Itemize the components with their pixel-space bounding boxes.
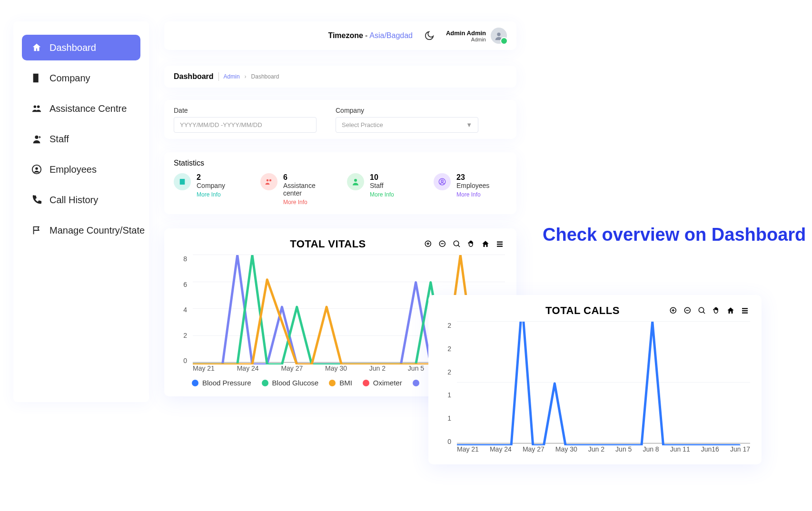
stat-label: Assistance center [283,182,334,197]
svg-point-11 [441,180,444,182]
zoom-icon[interactable] [452,239,462,249]
legend-item[interactable]: Oximeter [363,379,402,387]
x-tick: May 27 [523,445,545,455]
svg-point-14 [454,241,459,246]
stat-label: Company [197,182,225,189]
x-tick: Jun 11 [670,445,690,455]
stat-more-link[interactable]: More Info [370,191,394,198]
x-tick: Jun 2 [369,364,386,374]
statistics-panel: Statistics 2CompanyMore Info6Assistance … [164,152,516,214]
calls-chart-toolbar [668,305,750,316]
user-name: Admin Admin [446,29,486,37]
y-tick: 2 [447,322,451,329]
building-icon [30,72,43,84]
sidebar-item-label: Staff [50,134,69,145]
stat-more-link[interactable]: More Info [456,191,489,198]
timezone-label: Timezone [328,31,363,40]
x-tick: May 24 [490,445,512,455]
legend-label: Oximeter [373,379,402,387]
sidebar-item-company[interactable]: Company [22,65,140,91]
legend-dot [192,380,198,386]
stat-company: 2CompanyMore Info [174,173,247,206]
stat-value: 23 [456,173,489,182]
svg-point-7 [267,179,269,182]
company-select-placeholder: Select Practice [342,121,383,128]
y-tick: 8 [183,255,187,263]
sidebar-item-assistance-centre[interactable]: Assistance Centre [22,96,140,121]
svg-point-4 [35,167,38,170]
sidebar-item-dashboard[interactable]: Dashboard [22,35,140,60]
topbar: Timezone - Asia/Bagdad Admin Admin Admin [164,21,516,50]
legend-item[interactable]: Blood Glucose [262,379,319,387]
pan-icon[interactable] [466,239,476,249]
sidebar-item-manage-country-state[interactable]: Manage Country/State [22,217,140,243]
sidebar-item-staff[interactable]: Staff [22,126,140,152]
svg-point-2 [35,136,38,139]
breadcrumb-separator: › [245,73,247,80]
stat-more-link[interactable]: More Info [283,199,334,206]
user-menu[interactable]: Admin Admin Admin [446,28,507,44]
zoom-out-icon[interactable] [437,239,448,249]
stat-icon [174,173,191,190]
zoom-in-icon[interactable] [423,239,434,249]
zoom-icon[interactable] [697,305,707,316]
sidebar-item-label: Employees [50,164,97,175]
zoom-in-icon[interactable] [668,305,679,316]
y-tick: 1 [447,391,451,399]
vitals-chart-title: TOTAL VITALS [233,238,423,250]
y-tick: 4 [183,306,187,314]
legend-item[interactable]: Blood Pressure [192,379,251,387]
stat-employees: 23EmployeesMore Info [434,173,507,206]
menu-icon[interactable] [495,239,505,249]
company-select[interactable]: Select Practice ▼ [336,117,478,133]
x-tick: Jun 2 [588,445,604,455]
x-tick: Jun 5 [615,445,632,455]
sidebar-item-call-history[interactable]: Call History [22,187,140,213]
home-icon [30,41,43,54]
breadcrumb-root[interactable]: Admin [224,73,240,80]
x-tick: May 21 [457,445,479,455]
legend-label: BMI [339,379,352,387]
svg-point-5 [497,33,500,36]
y-tick: 6 [183,281,187,288]
breadcrumb: Dashboard Admin › Dashboard [164,66,516,88]
legend-item[interactable]: BMI [329,379,352,387]
y-tick: 0 [447,438,451,445]
svg-point-9 [354,179,357,182]
timezone-separator: - [365,31,367,40]
stat-more-link[interactable]: More Info [197,191,225,198]
dark-mode-toggle[interactable] [424,30,435,41]
flag-icon [30,224,43,236]
pan-icon[interactable] [711,305,722,316]
svg-point-17 [699,307,704,313]
calls-chart-card: TOTAL CALLS 222110May 21May 24May 27May … [428,295,762,464]
x-tick: Jun 5 [408,364,424,374]
timezone-display: Timezone - Asia/Bagdad [328,31,413,40]
x-tick: Jun16 [701,445,719,455]
company-label: Company [336,107,478,114]
y-tick: 2 [447,368,451,376]
date-label: Date [174,107,317,114]
legend-item-partial [413,379,419,387]
chevron-down-icon: ▼ [466,121,472,128]
stat-label: Staff [370,182,394,189]
home-icon[interactable] [725,305,736,316]
sidebar-item-employees[interactable]: Employees [22,157,140,182]
home-icon[interactable] [480,239,491,249]
timezone-value: Asia/Bagdad [369,31,413,40]
stat-icon [434,173,451,190]
legend-dot [262,380,268,386]
legend-dot [329,380,336,386]
date-range-input[interactable]: YYYY/MM/DD -YYYY/MM/DD [174,117,317,133]
menu-icon[interactable] [740,305,750,316]
x-tick: May 30 [555,445,577,455]
x-tick: May 24 [237,364,259,374]
stat-staff: 10StaffMore Info [347,173,420,206]
zoom-out-icon[interactable] [683,305,693,316]
overview-heading: Check overview on Dashboard [543,224,806,246]
y-tick: 2 [447,345,451,353]
calls-plot[interactable]: 222110May 21May 24May 27May 30Jun 2Jun 5… [440,322,750,455]
stat-icon [347,173,364,190]
svg-point-0 [34,106,37,108]
calls-chart-title: TOTAL CALLS [497,305,668,317]
